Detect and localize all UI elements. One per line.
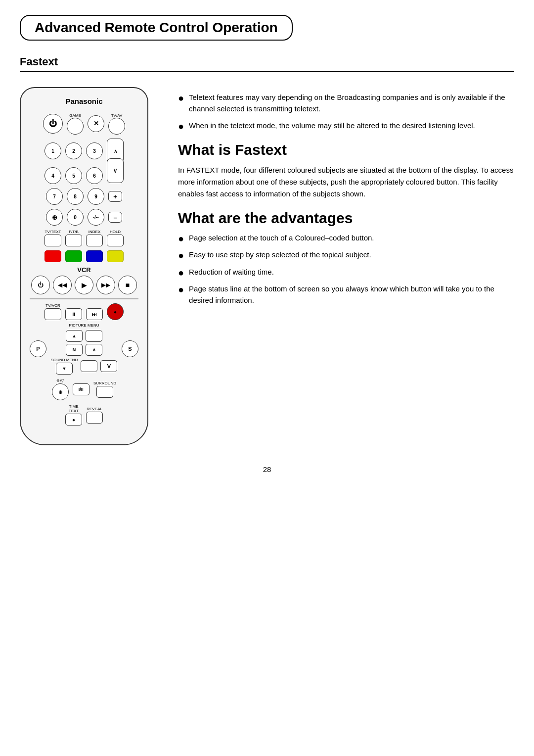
btn-dash[interactable]: -/-- — [88, 209, 104, 226]
adv-text-2: Easy to use step by step selected of the… — [189, 249, 371, 261]
surround-button[interactable] — [96, 386, 113, 398]
reveal-wrap: REVEAL — [86, 407, 103, 424]
cd-label: ⊕/▽ — [56, 378, 64, 383]
adv-dot-3: ● — [178, 268, 184, 278]
ftb-wrap: F/T/B — [65, 230, 82, 246]
btn-1[interactable]: 1 — [44, 142, 61, 159]
bullet-text-2: When in the teletext mode, the volume ma… — [189, 120, 475, 132]
up-arrow-btn2[interactable]: ∧ — [86, 344, 102, 356]
btn-plus[interactable]: + — [108, 191, 122, 202]
time-reveal-row: TIME TEXT ● REVEAL — [30, 404, 138, 425]
btn-7[interactable]: 7 — [46, 188, 63, 205]
remote-section-divider — [30, 298, 138, 299]
bullet-dot-1: ● — [178, 93, 184, 103]
index-label: INDEX — [89, 230, 100, 234]
n-button[interactable]: N — [66, 344, 83, 356]
nav-up-btn[interactable]: ▲ — [66, 330, 83, 342]
hold-wrap: HOLD — [107, 230, 124, 246]
picture-menu-button[interactable] — [86, 330, 102, 342]
nav-down-btn[interactable]: ▼ — [56, 363, 73, 375]
btn-6[interactable]: 6 — [86, 167, 103, 184]
bullet-item-2: ● When in the teletext mode, the volume … — [178, 120, 514, 132]
p-button[interactable]: P — [30, 340, 46, 357]
blue-button[interactable] — [86, 250, 103, 262]
fastext-heading: What is Fastext — [178, 142, 514, 158]
hold-button[interactable] — [107, 235, 124, 246]
btn-8[interactable]: 8 — [67, 188, 84, 205]
text-row-1: TV/TEXT F/T/B INDEX HOLD — [30, 230, 138, 246]
green-button[interactable] — [65, 250, 82, 262]
num-row-3: 7 8 9 + — [30, 188, 138, 205]
btn-2[interactable]: 2 — [65, 142, 82, 159]
record-button[interactable]: ● — [107, 303, 124, 320]
remote-brand: Panasonic — [30, 97, 138, 105]
num-row-4: ⊕ 0 -/-- – — [30, 209, 138, 226]
page-header: Advanced Remote Control Operation — [20, 15, 293, 41]
red-button[interactable] — [44, 250, 61, 262]
btn-down-arrow[interactable]: V — [107, 158, 124, 183]
adv-dot-2: ● — [178, 250, 184, 260]
i-ii-wrap: I/II — [73, 383, 89, 395]
adv-text-3: Reduction of waiting time. — [189, 267, 274, 278]
btn-0[interactable]: 0 — [67, 209, 84, 226]
right-content: ● Teletext features may vary depending o… — [178, 87, 514, 316]
btn-5[interactable]: 5 — [65, 167, 82, 184]
vcr-play-button[interactable]: ▶ — [75, 276, 93, 294]
btn-9[interactable]: 9 — [88, 188, 104, 205]
mute-btn-wrap: ✕ — [88, 115, 104, 132]
tv-vcr-button[interactable] — [44, 308, 61, 320]
btn-3[interactable]: 3 — [86, 142, 103, 159]
remote-wrapper: Panasonic ⏻ GAME ✕ TV/AV — [20, 87, 158, 445]
reveal-label: REVEAL — [87, 407, 102, 411]
reveal-button[interactable] — [86, 412, 103, 424]
sound-menu-wrap: SOUND MENU ▼ — [51, 358, 78, 375]
index-wrap: INDEX — [86, 230, 103, 246]
index-button[interactable] — [86, 235, 103, 246]
pause-button[interactable]: ⏸ — [65, 308, 82, 320]
bullet-item-1: ● Teletext features may vary depending o… — [178, 92, 514, 114]
advantages-bullets: ● Page selection at the touch of a Colou… — [178, 233, 514, 306]
advantages-heading: What are the advantages — [178, 210, 514, 227]
vcr-stop-button[interactable]: ■ — [118, 276, 137, 294]
step-button[interactable]: ⏭ — [86, 308, 103, 320]
yellow-button[interactable] — [107, 250, 124, 262]
game-btn-wrap: GAME — [67, 112, 84, 135]
power-button[interactable]: ⏻ — [43, 114, 63, 134]
btn-circleplus[interactable]: ⊕ — [46, 209, 63, 226]
btn-4[interactable]: 4 — [44, 167, 61, 184]
ftb-button[interactable] — [65, 235, 82, 246]
tv-vcr-label: TV/VCR — [45, 303, 60, 308]
picture-menu-label: PICTURE MENU — [69, 323, 99, 328]
tvav-btn-wrap: TV/AV — [108, 112, 125, 135]
page-number: 28 — [20, 465, 514, 473]
num-row-2: 4 5 6 V — [30, 167, 138, 184]
time-text-button[interactable]: ● — [65, 414, 82, 425]
surround-wrap: SURROUND — [93, 381, 116, 398]
page-title: Advanced Remote Control Operation — [35, 20, 278, 36]
v-button[interactable]: V — [100, 360, 117, 372]
adv-item-2: ● Easy to use step by step selected of t… — [178, 249, 514, 261]
adv-dot-4: ● — [178, 284, 184, 294]
sound-menu-button[interactable] — [81, 360, 97, 372]
tv-vcr-wrap: TV/VCR — [44, 303, 61, 320]
intro-bullets: ● Teletext features may vary depending o… — [178, 92, 514, 132]
adv-item-3: ● Reduction of waiting time. — [178, 267, 514, 278]
surround-row: ⊕/▽ ⊕ I/II SURROUND — [30, 378, 138, 400]
vcr-power-button[interactable]: ⏻ — [31, 276, 50, 294]
tv-vcr-row: TV/VCR ⏸ ⏭ ● — [30, 303, 138, 320]
tvav-button[interactable] — [108, 118, 125, 135]
cd-button[interactable]: ⊕ — [52, 383, 69, 400]
i-ii-button[interactable]: I/II — [73, 383, 89, 395]
game-button[interactable] — [67, 118, 84, 135]
section-title: Fastext — [20, 55, 514, 68]
vcr-ffwd-button[interactable]: ▶▶ — [96, 276, 115, 294]
adv-text-1: Page selection at the touch of a Coloure… — [189, 233, 374, 244]
tvtext-button[interactable] — [44, 235, 61, 246]
hold-label: HOLD — [110, 230, 121, 234]
game-label: GAME — [69, 113, 81, 118]
colored-row — [30, 250, 138, 262]
vcr-rewind-button[interactable]: ◀◀ — [53, 276, 72, 294]
mute-button[interactable]: ✕ — [88, 115, 104, 132]
s-button[interactable]: S — [122, 340, 138, 357]
btn-minus[interactable]: – — [108, 212, 122, 223]
